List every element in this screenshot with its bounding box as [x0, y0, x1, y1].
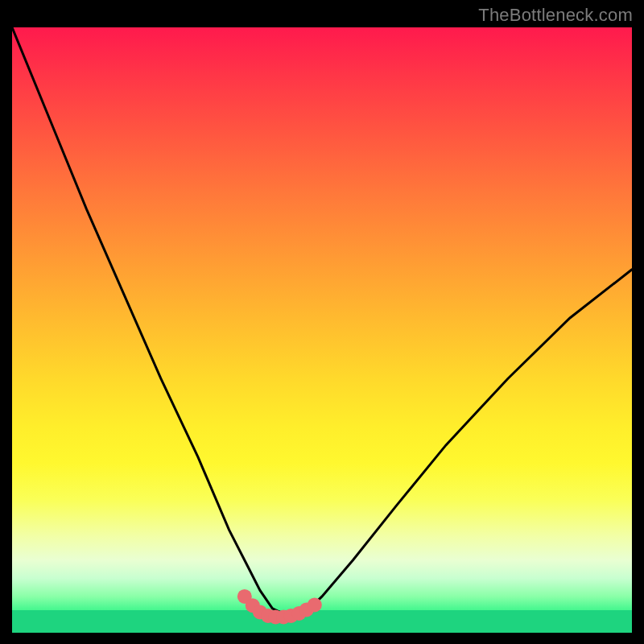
chart-plot-area [12, 27, 632, 633]
watermark-text: TheBottleneck.com [478, 5, 633, 26]
marker-dot [308, 597, 322, 612]
chart-frame: TheBottleneck.com [0, 0, 644, 644]
bottleneck-curve [12, 27, 632, 614]
optimal-zone-markers [237, 589, 322, 625]
chart-svg [12, 27, 632, 633]
